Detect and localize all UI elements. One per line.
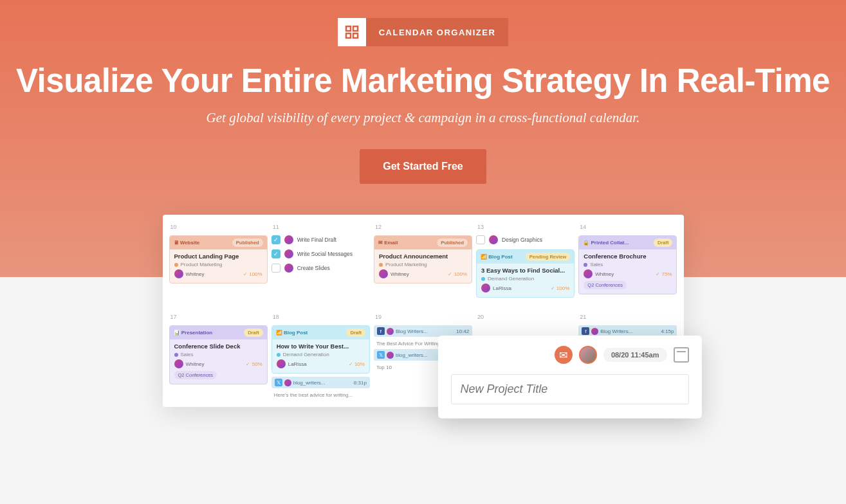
owner-avatar[interactable] — [579, 346, 597, 364]
card-title: Product Announcement — [379, 253, 467, 260]
chip-time: 8:31p — [354, 380, 367, 386]
project-card-blogpost[interactable]: 📶 Blog Post Pending Review 3 Easy Ways t… — [476, 249, 575, 298]
svg-rect-2 — [346, 33, 351, 38]
day-number: 14 — [578, 224, 677, 230]
card-type-label: 📶 Blog Post — [276, 330, 308, 336]
get-started-button[interactable]: Get Started Free — [360, 149, 486, 184]
svg-rect-1 — [353, 26, 358, 31]
checkbox-empty-icon[interactable] — [271, 264, 280, 273]
card-title: How to Write Your Best... — [277, 343, 365, 350]
avatar — [284, 379, 291, 386]
social-chip[interactable]: 𝕏blog_writers... 8:31p — [271, 377, 370, 388]
day-number: 21 — [578, 314, 677, 320]
facebook-icon: f — [377, 327, 385, 335]
status-badge: Published — [437, 239, 468, 247]
task-item[interactable]: Create Slides — [271, 264, 370, 273]
status-badge: Draft — [654, 239, 673, 247]
new-project-composer: ✉ 08/20 11:45am — [438, 336, 702, 419]
chip-time: 10:42 — [456, 328, 469, 334]
twitter-icon: 𝕏 — [275, 379, 282, 386]
calendar-cell[interactable]: 11 ✓ Write Final Draft ✓ Write Social Me… — [271, 224, 370, 310]
project-card-presentation[interactable]: 📊 Presentation Draft Conference Slide De… — [169, 325, 268, 384]
email-icon[interactable]: ✉ — [555, 346, 573, 364]
chip-time: 4:15p — [661, 328, 674, 334]
day-number: 20 — [476, 314, 575, 320]
calendar-preview: 10 🖥 Website Published Product Landing P… — [163, 215, 684, 407]
card-type-label: 🖥 Website — [174, 240, 200, 246]
status-badge: Pending Review — [526, 253, 571, 261]
task-item[interactable]: ✓ Write Final Draft — [271, 235, 370, 244]
product-badge: CALENDAR ORGANIZER — [338, 18, 509, 46]
page-headline: Visualize Your Entire Marketing Strategy… — [13, 62, 833, 100]
avatar — [489, 235, 498, 244]
progress-percent: ✓ 100% — [551, 285, 570, 291]
status-badge: Draft — [346, 328, 365, 337]
avatar — [379, 269, 388, 278]
chip-preview: Here's the best advice for writing... — [271, 391, 370, 401]
avatar — [387, 328, 394, 335]
project-card-blogpost[interactable]: 📶 Blog Post Draft How to Write Your Best… — [271, 325, 370, 374]
campaign-tag[interactable]: Q2 Conferences — [174, 371, 217, 379]
status-badge: Draft — [244, 328, 263, 337]
avatar — [284, 235, 293, 244]
card-title: 3 Easy Ways to Find Social... — [481, 267, 569, 274]
avatar — [174, 359, 183, 368]
twitter-icon: 𝕏 — [377, 351, 385, 359]
campaign-tag[interactable]: Q2 Conferences — [584, 281, 627, 289]
project-card-email[interactable]: ✉ Email Published Product Announcement P… — [374, 235, 472, 284]
progress-percent: ✓ 10% — [349, 361, 365, 367]
avatar — [387, 352, 394, 359]
grid-icon — [338, 18, 366, 46]
page-subheadline: Get global visibility of every project &… — [13, 110, 833, 126]
progress-percent: ✓ 50% — [246, 361, 262, 367]
status-badge: Published — [232, 239, 263, 247]
avatar — [481, 284, 490, 292]
calendar-icon[interactable] — [674, 347, 689, 363]
scheduled-datetime[interactable]: 08/20 11:45am — [603, 348, 667, 362]
card-title: Product Landing Page — [174, 253, 262, 260]
day-number: 13 — [476, 224, 575, 230]
day-number: 18 — [271, 314, 370, 320]
card-type-label: ✉ Email — [378, 240, 398, 246]
avatar — [284, 249, 293, 258]
task-item[interactable]: ✓ Write Social Messages — [271, 249, 370, 258]
day-number: 11 — [271, 224, 370, 230]
project-card-printed[interactable]: 🔒 Printed Collat... Draft Conference Bro… — [578, 235, 677, 294]
calendar-cell[interactable]: 10 🖥 Website Published Product Landing P… — [169, 224, 268, 310]
checkbox-checked-icon[interactable]: ✓ — [271, 249, 280, 258]
badge-label: CALENDAR ORGANIZER — [366, 18, 509, 46]
svg-rect-3 — [353, 33, 358, 38]
avatar — [591, 328, 598, 335]
facebook-icon: f — [582, 327, 589, 335]
card-title: Conference Slide Deck — [174, 343, 262, 350]
card-type-label: 🔒 Printed Collat... — [583, 240, 629, 246]
avatar — [584, 269, 593, 278]
avatar — [174, 269, 183, 278]
card-type-label: 📊 Presentation — [174, 330, 213, 336]
checkbox-empty-icon[interactable] — [476, 235, 485, 244]
calendar-cell[interactable]: 14 🔒 Printed Collat... Draft Conference … — [578, 224, 677, 310]
checkbox-checked-icon[interactable]: ✓ — [271, 235, 280, 244]
project-card-website[interactable]: 🖥 Website Published Product Landing Page… — [169, 235, 268, 284]
card-type-label: 📶 Blog Post — [481, 254, 513, 260]
day-number: 19 — [374, 314, 472, 320]
day-number: 10 — [169, 224, 268, 230]
card-title: Conference Brochure — [584, 253, 672, 260]
day-number: 12 — [374, 224, 472, 230]
avatar — [284, 264, 293, 273]
progress-percent: ✓ 75% — [656, 271, 672, 277]
task-item[interactable]: Design Graphics — [476, 235, 575, 244]
progress-percent: ✓ 100% — [448, 271, 467, 277]
project-title-input[interactable] — [451, 374, 689, 404]
calendar-cell[interactable]: 17 📊 Presentation Draft Conference Slide… — [169, 314, 268, 401]
calendar-cell[interactable]: 18 📶 Blog Post Draft How to Write Your B… — [271, 314, 370, 401]
calendar-cell[interactable]: 12 ✉ Email Published Product Announcemen… — [374, 224, 472, 310]
avatar — [277, 359, 286, 368]
calendar-cell[interactable]: 13 Design Graphics 📶 Blog Post Pending R… — [476, 224, 575, 310]
hero-section: CALENDAR ORGANIZER Visualize Your Entire… — [0, 0, 846, 184]
day-number: 17 — [169, 314, 268, 320]
progress-percent: ✓ 100% — [243, 271, 262, 277]
svg-rect-0 — [346, 26, 351, 31]
